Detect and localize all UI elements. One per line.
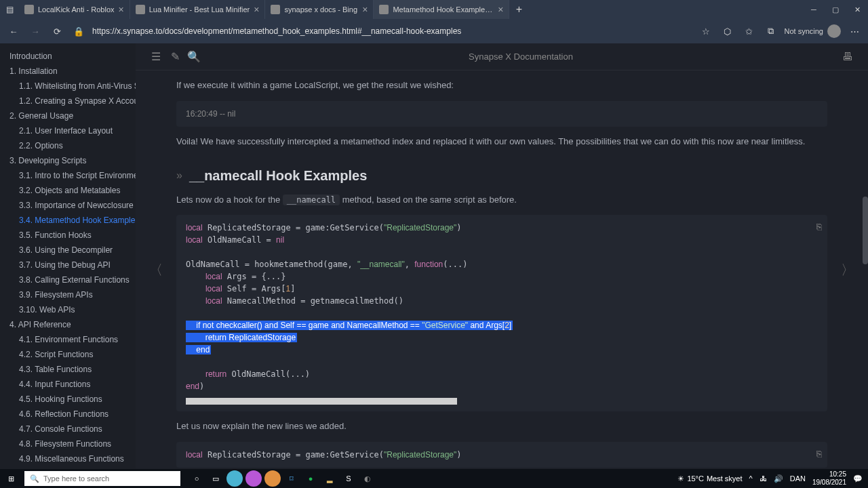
inline-code: __namecall — [283, 195, 340, 205]
app-icon[interactable] — [264, 470, 281, 487]
sidebar-item[interactable]: 3. Developing Scripts — [0, 153, 136, 168]
sidebar-item[interactable]: 3.4. Metamethod Hook Examples — [0, 213, 136, 228]
sidebar-item[interactable]: 1. Installation — [0, 64, 136, 79]
sidebar-item[interactable]: 4. API Reference — [0, 317, 136, 332]
sidebar-item[interactable]: 4.8. Filesystem Functions — [0, 436, 136, 451]
copy-icon[interactable]: ⎘ — [816, 447, 822, 461]
sidebar-item[interactable]: 3.9. Filesystem APIs — [0, 287, 136, 302]
app-icon[interactable]: S — [340, 470, 357, 487]
sidebar-item[interactable]: 3.1. Intro to the Script Environment — [0, 168, 136, 183]
collections-icon[interactable]: ⧉ — [763, 23, 779, 39]
sidebar-item[interactable]: 4.7. Console Functions — [0, 422, 136, 436]
sidebar-item[interactable]: 3.7. Using the Debug API — [0, 258, 136, 272]
tab-title: Metamethod Hook Examples - S — [393, 5, 494, 14]
app-icon[interactable] — [226, 470, 243, 487]
sidebar-item[interactable]: 4.9. Miscellaneous Functions — [0, 451, 136, 466]
taskview-icon[interactable]: ▭ — [208, 470, 224, 487]
language-indicator[interactable]: DAN — [790, 474, 806, 483]
print-icon[interactable]: 🖶 — [838, 47, 857, 66]
extensions-icon[interactable]: ⬡ — [719, 23, 736, 39]
paragraph: Lets now do a hook for the __namecall me… — [176, 193, 827, 207]
menu-icon[interactable]: ⋯ — [846, 23, 863, 39]
refresh-button[interactable]: ⟳ — [49, 23, 65, 39]
sidebar-item[interactable]: 2.2. Options — [0, 138, 136, 153]
sidebar-item[interactable]: 3.3. Importance of Newcclosure — [0, 198, 136, 213]
browser-tab[interactable]: LocalKick Anti - Roblox× — [19, 0, 130, 19]
vscode-icon[interactable]: ⌑ — [283, 470, 300, 487]
forward-button[interactable]: → — [27, 23, 43, 39]
doc-sidebar: Introduction1. Installation1.1. Whitelis… — [0, 43, 136, 469]
close-tab-icon[interactable]: × — [254, 4, 259, 15]
horizontal-scrollbar[interactable] — [186, 398, 457, 405]
browser-tab[interactable]: synapse x docs - Bing× — [265, 0, 374, 19]
browser-tab[interactable]: Metamethod Hook Examples - S× — [374, 0, 509, 19]
search-icon[interactable]: 🔍 — [184, 47, 203, 66]
sidebar-item[interactable]: 3.10. Web APIs — [0, 302, 136, 317]
paragraph: Voila! We have successfully intercepted … — [176, 135, 827, 149]
reader-icon[interactable]: ☆ — [698, 23, 714, 39]
weather-icon: ☀ — [677, 474, 684, 483]
volume-icon[interactable]: 🔊 — [774, 474, 783, 483]
sidebar-item[interactable]: 3.8. Calling External Functions — [0, 272, 136, 287]
favicon — [379, 5, 389, 14]
browser-tab[interactable]: Lua Minifier - Best Lua Minifier× — [130, 0, 266, 19]
maximize-button[interactable]: ▢ — [825, 0, 846, 19]
doc-content: 〈 〉 If we execute it within a game Local… — [136, 70, 868, 469]
sidebar-item[interactable]: 4.6. Reflection Functions — [0, 407, 136, 422]
sidebar-item[interactable]: Introduction — [0, 49, 136, 64]
clock[interactable]: 10:25 19/08/2021 — [812, 470, 846, 487]
sync-status[interactable]: Not syncing — [785, 24, 841, 38]
sidebar-item[interactable]: 4.5. Hooking Functions — [0, 392, 136, 407]
section-heading: __namecall Hook Examples — [189, 168, 367, 184]
tab-title: synapse x docs - Bing — [284, 5, 358, 14]
explorer-icon[interactable]: ▂ — [321, 470, 338, 487]
sidebar-item[interactable]: 1.2. Creating a Synapse X Account — [0, 94, 136, 108]
sidebar-item[interactable]: 4.1. Environment Functions — [0, 332, 136, 347]
next-page-button[interactable]: 〉 — [841, 261, 854, 279]
weather-widget[interactable]: ☀ 15°C Mest skyet — [677, 474, 742, 483]
sidebar-item[interactable]: 3.6. Using the Decompiler — [0, 243, 136, 258]
taskbar-search[interactable]: 🔍Type here to search — [24, 471, 180, 486]
sidebar-item[interactable]: 4.3. Table Functions — [0, 362, 136, 377]
new-tab-button[interactable]: + — [509, 3, 528, 16]
sidebar-item[interactable]: 1.1. Whitelisting from Anti-Virus Softwa… — [0, 79, 136, 94]
back-button[interactable]: ← — [5, 23, 22, 39]
sidebar-item[interactable]: 2. General Usage — [0, 108, 136, 123]
code-block-main: ⎘local ReplicatedStorage = game:GetServi… — [176, 215, 827, 411]
code-block: ⎘local ReplicatedStorage = game:GetServi… — [176, 442, 827, 468]
notifications-icon[interactable]: 💬 — [853, 474, 863, 483]
browser-tabs: LocalKick Anti - Roblox×Lua Minifier - B… — [19, 0, 509, 19]
app-icon[interactable] — [245, 470, 262, 487]
spotify-icon[interactable]: ● — [302, 470, 319, 487]
close-tab-icon[interactable]: × — [498, 4, 503, 15]
tab-title: Lua Minifier - Best Lua Minifier — [149, 5, 250, 14]
vertical-scrollbar[interactable] — [863, 197, 868, 264]
close-tab-icon[interactable]: × — [119, 4, 124, 15]
close-window-button[interactable]: ✕ — [846, 0, 868, 19]
edit-icon[interactable]: ✎ — [165, 47, 184, 66]
copy-icon[interactable]: ⎘ — [816, 220, 822, 234]
sidebar-item[interactable]: 2.1. User Interface Layout — [0, 123, 136, 138]
cortana-icon[interactable]: ○ — [189, 470, 205, 487]
start-button[interactable]: ⊞ — [0, 469, 22, 488]
paragraph: Let us now explain the new lines we adde… — [176, 420, 827, 434]
profile-avatar[interactable] — [827, 24, 841, 38]
paragraph: If we execute it within a game LocalScri… — [176, 79, 827, 93]
minimize-button[interactable]: ─ — [803, 0, 825, 19]
menu-toggle-icon[interactable]: ☰ — [146, 47, 165, 66]
tab-actions-icon[interactable]: ▤ — [0, 5, 19, 14]
prev-page-button[interactable]: 〈 — [149, 261, 163, 279]
sidebar-item[interactable]: 4.4. Input Functions — [0, 377, 136, 392]
sidebar-item[interactable]: 3.5. Function Hooks — [0, 228, 136, 243]
network-icon[interactable]: 🖧 — [760, 474, 767, 483]
code-block: 16:20:49 -- nil — [176, 101, 827, 127]
url-field[interactable]: https://x.synapse.to/docs/development/me… — [92, 26, 692, 36]
edge-icon[interactable]: ◐ — [359, 470, 376, 487]
anchor-icon[interactable]: » — [176, 169, 182, 182]
tray-chevron-icon[interactable]: ^ — [749, 474, 753, 483]
favorites-icon[interactable]: ✩ — [741, 23, 757, 39]
site-info-icon[interactable]: 🔒 — [71, 23, 87, 39]
sidebar-item[interactable]: 4.2. Script Functions — [0, 347, 136, 362]
close-tab-icon[interactable]: × — [362, 4, 368, 15]
sidebar-item[interactable]: 3.2. Objects and Metatables — [0, 183, 136, 198]
